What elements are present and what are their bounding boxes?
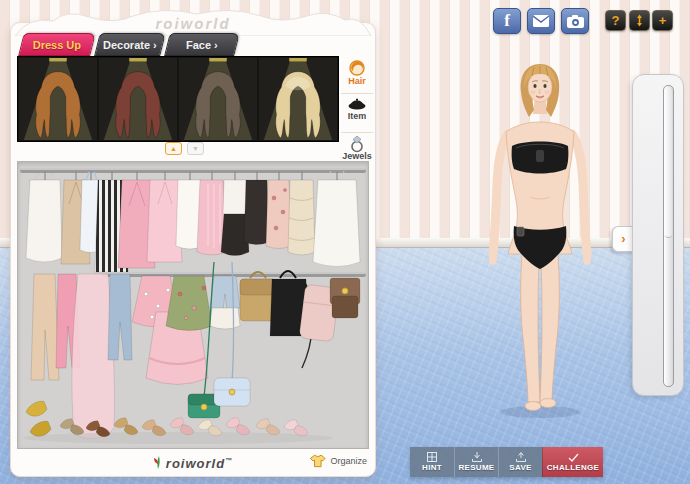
envelope-icon (533, 15, 549, 27)
shirt-icon (308, 453, 326, 468)
roiworld-leaf-icon (153, 456, 163, 470)
hanging-bottoms-and-bags (31, 262, 360, 439)
mail-button[interactable] (527, 8, 555, 34)
lamp (129, 58, 147, 61)
category-column: Hair Item Jewels (341, 56, 373, 166)
category-label: Hair (341, 76, 373, 86)
hair-option-4[interactable] (259, 58, 337, 140)
model-blush-left (531, 91, 536, 94)
model-right-hand (583, 253, 591, 265)
model-right-foot (540, 399, 556, 408)
question-icon: ? (612, 13, 620, 28)
spotlight (104, 58, 172, 140)
category-hair[interactable]: Hair (341, 58, 373, 94)
model-right-arm (572, 134, 587, 254)
panel-footer: roiworld™ Organize (17, 451, 369, 475)
shoe-row-shadow (23, 432, 333, 444)
hair-gallery (17, 56, 339, 142)
spotlight (24, 58, 92, 140)
model-figure[interactable] (450, 52, 630, 422)
lamp (209, 58, 227, 61)
model-left-leg (521, 252, 540, 402)
spotlight (264, 58, 332, 140)
shuffle-button[interactable] (629, 10, 650, 31)
camera-button[interactable] (561, 8, 589, 34)
model-left-eye (533, 84, 536, 88)
challenge-button[interactable]: CHALLENGE (542, 447, 603, 477)
side-drawer (632, 74, 684, 396)
model-left-hand (489, 253, 497, 265)
hair-option-3[interactable] (179, 58, 257, 140)
lamp (289, 58, 307, 61)
category-label: Item (341, 111, 373, 121)
rail-highlight-2 (102, 272, 366, 274)
hair-icon (347, 58, 367, 78)
tab-label: Face › (168, 34, 236, 56)
grid-icon (427, 452, 437, 462)
action-bar: HINT RESUME SAVE CHALLENGE (410, 447, 603, 477)
resume-button[interactable]: RESUME (454, 447, 498, 477)
save-button[interactable]: SAVE (498, 447, 542, 477)
tab-decorate[interactable]: Decorate › (94, 33, 166, 56)
plus-icon: + (659, 13, 667, 28)
category-item[interactable]: Item (341, 97, 373, 133)
hair-option-2[interactable] (99, 58, 177, 140)
lamp (49, 58, 67, 61)
hair-option-1[interactable] (19, 58, 97, 140)
drawer-scrollbar[interactable] (663, 85, 674, 387)
camera-icon (567, 15, 584, 28)
facebook-icon: f (504, 11, 510, 31)
tab-face[interactable]: Face › (164, 33, 240, 56)
shoe-row (26, 401, 308, 437)
hanging-tops (26, 171, 360, 272)
tab-label: Dress Up (22, 34, 92, 56)
model-left-arm (493, 134, 508, 254)
tab-label: Decorate › (98, 34, 162, 56)
trademark: ™ (225, 456, 233, 463)
roiworld-embossed-logo: roiworld (11, 15, 375, 32)
category-label: Jewels (341, 151, 373, 161)
gallery-pager: ▲ ▼ (165, 142, 204, 155)
button-label: SAVE (509, 463, 531, 472)
model-blush-right (545, 91, 550, 94)
add-button[interactable]: + (652, 10, 673, 31)
spotlight (184, 58, 252, 140)
model-right-eye (543, 84, 546, 88)
game-screen: › (0, 0, 690, 484)
help-button[interactable]: ? (605, 10, 626, 31)
organize-label: Organize (330, 456, 367, 466)
model-left-foot (525, 402, 541, 411)
closet-area[interactable] (17, 161, 369, 449)
page-up-button[interactable]: ▲ (165, 142, 182, 155)
organize-button[interactable]: Organize (308, 453, 367, 468)
bikini-clasp (536, 150, 544, 162)
model-right-leg (540, 252, 559, 402)
facebook-button[interactable]: f (493, 8, 521, 34)
bikini-buckle (517, 227, 524, 236)
button-label: CHALLENGE (547, 463, 599, 472)
closet-artwork (18, 162, 368, 448)
page-down-button[interactable]: ▼ (187, 142, 204, 155)
tab-dress-up[interactable]: Dress Up (18, 33, 96, 56)
check-icon (568, 453, 579, 462)
dressup-panel: roiworld Dress Up Decorate › Face › (10, 22, 376, 477)
button-label: HINT (422, 463, 442, 472)
hint-button[interactable]: HINT (410, 447, 454, 477)
shuffle-arrows-icon (634, 14, 645, 27)
scrollbar-thumb[interactable] (665, 88, 672, 238)
button-label: RESUME (458, 463, 494, 472)
rail-highlight (20, 168, 366, 170)
arrow-down-tray-icon (472, 452, 482, 462)
roiworld-wordmark: roiworld™ (166, 456, 233, 471)
arrow-up-tray-icon (516, 452, 526, 462)
